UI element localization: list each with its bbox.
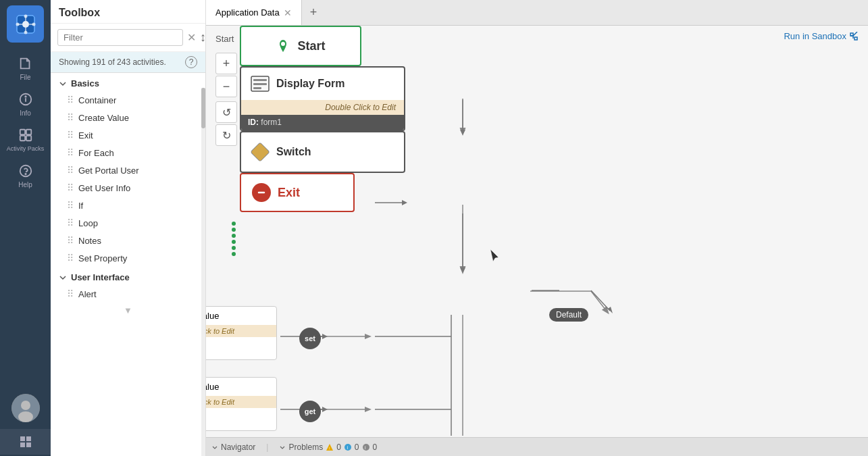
svg-marker-36	[365, 407, 372, 412]
problems-section[interactable]: Problems ! 0 i 0 i 0	[279, 442, 377, 452]
item-label: Container	[78, 95, 116, 105]
svg-rect-13	[20, 130, 24, 134]
redo-button[interactable]: ↻	[215, 124, 237, 146]
display-form-edit-hint: Double Click to Edit	[241, 100, 404, 115]
exit-node-label: Exit	[278, 186, 300, 200]
zoom-out-button[interactable]: −	[215, 76, 237, 97]
svg-marker-51	[322, 334, 328, 339]
svg-rect-25	[26, 442, 31, 447]
sidebar-item-help[interactable]: Help	[0, 158, 51, 194]
info-count: 0	[355, 442, 359, 452]
navigator-section[interactable]: Navigator	[211, 442, 255, 452]
display-form-label: Display Form	[276, 78, 344, 90]
scroll-thumb[interactable]	[201, 88, 205, 128]
item-label: Alert	[78, 289, 97, 299]
start-node[interactable]: Start	[240, 26, 361, 66]
drag-handle: ⠿	[67, 288, 73, 299]
value-node-set[interactable]: ...alue Click to Edit	[206, 306, 277, 360]
drag-handle: ⠿	[67, 95, 73, 105]
sidebar-item-activity-packs[interactable]: Activity Packs	[0, 122, 51, 158]
svg-point-21	[18, 411, 33, 422]
scroll-down-indicator: ▼	[51, 303, 205, 318]
item-label: Get Portal User	[78, 166, 139, 176]
drag-handle: ⠿	[67, 165, 73, 176]
toolbox-item-notes[interactable]: ⠿ Notes	[51, 232, 205, 249]
sidebar: File Info Activity Packs Help	[0, 0, 51, 456]
switch-node[interactable]: Switch	[240, 131, 405, 173]
tab-bar: Application Data ✕ +	[206, 0, 868, 26]
user-avatar[interactable]	[11, 394, 40, 422]
svg-rect-16	[26, 136, 30, 141]
sidebar-help-label: Help	[18, 181, 32, 188]
svg-rect-22	[20, 436, 25, 441]
zoom-in-button[interactable]: +	[215, 53, 237, 74]
toolbox-list: Basics ⠿ Container ⠿ Create Value ⠿ Exit…	[51, 73, 205, 456]
item-label: Set Property	[78, 253, 127, 263]
svg-rect-59	[251, 143, 270, 161]
section-ui-label: User Interface	[71, 272, 130, 282]
item-label: Create Value	[78, 113, 129, 123]
status-bar: Navigator | Problems ! 0 i 0 i 0	[206, 437, 868, 456]
filter-clear-icon[interactable]: ✕	[187, 32, 196, 43]
badge-set: set	[299, 328, 321, 349]
sidebar-info-label: Info	[20, 109, 31, 117]
item-label: If	[78, 201, 83, 211]
section-user-interface[interactable]: User Interface	[51, 267, 205, 285]
value-get-title: ...alue	[206, 378, 276, 396]
display-form-node[interactable]: Display Form Double Click to Edit ID: fo…	[240, 66, 405, 131]
section-basics[interactable]: Basics	[51, 73, 205, 91]
exit-node[interactable]: Exit	[240, 173, 355, 212]
toolbox-filter-input[interactable]	[57, 29, 183, 46]
toolbox-count: Showing 191 of 243 activities. ?	[51, 52, 205, 73]
sidebar-item-file[interactable]: File	[0, 51, 51, 86]
cursor-indicator	[490, 249, 498, 261]
diagram: Start Display Form Double Click to Edit	[240, 26, 868, 436]
svg-line-43	[591, 290, 610, 311]
toolbox-item-get-portal-user[interactable]: ⠿ Get Portal User	[51, 161, 205, 179]
drag-handle: ⠿	[67, 182, 73, 193]
undo-button[interactable]: ↺	[215, 101, 237, 123]
toolbox-item-for-each[interactable]: ⠿ For Each	[51, 144, 205, 161]
drag-handle: ⠿	[67, 147, 73, 158]
value-set-title: ...alue	[206, 307, 276, 325]
toolbox-panel: Toolbox ✕ ↕ Showing 191 of 243 activitie…	[51, 0, 206, 456]
tab-close-button[interactable]: ✕	[284, 7, 292, 18]
toolbox-item-exit[interactable]: ⠿ Exit	[51, 126, 205, 144]
badge-get: get	[299, 401, 321, 422]
help-icon[interactable]: ?	[185, 56, 197, 68]
value-set-edit-hint[interactable]: Click to Edit	[206, 325, 276, 337]
svg-point-20	[21, 401, 30, 410]
grid-toggle[interactable]	[0, 429, 51, 455]
section-basics-label: Basics	[71, 78, 99, 88]
main-area: Application Data ✕ + Start Run in Sandbo…	[206, 0, 868, 456]
toolbox-item-loop[interactable]: ⠿ Loop	[51, 214, 205, 232]
filter-expand-icon[interactable]: ↕	[200, 30, 206, 45]
toolbox-item-create-value[interactable]: ⠿ Create Value	[51, 109, 205, 126]
sidebar-activity-packs-label: Activity Packs	[7, 145, 45, 153]
value-node-get[interactable]: ...alue Click to Edit	[206, 377, 277, 431]
toolbox-item-container[interactable]: ⠿ Container	[51, 91, 205, 109]
value-get-edit-hint[interactable]: Click to Edit	[206, 396, 276, 408]
drag-handle: ⠿	[67, 235, 73, 246]
svg-rect-56	[253, 79, 267, 81]
toolbox-item-set-property[interactable]: ⠿ Set Property	[51, 249, 205, 267]
svg-marker-44	[608, 307, 613, 313]
tab-label: Application Data	[215, 7, 280, 18]
svg-marker-39	[460, 130, 465, 135]
ok-count: 0	[373, 442, 378, 452]
toolbox-item-get-user-info[interactable]: ⠿ Get User Info	[51, 179, 205, 197]
tab-add-button[interactable]: +	[302, 5, 326, 20]
tab-application-data[interactable]: Application Data ✕	[206, 0, 302, 25]
toolbox-item-if[interactable]: ⠿ If	[51, 197, 205, 214]
svg-rect-23	[26, 436, 31, 441]
drag-handle: ⠿	[67, 112, 73, 123]
svg-rect-24	[20, 442, 25, 447]
item-label: Get User Info	[78, 183, 130, 193]
sidebar-item-info[interactable]: Info	[0, 86, 51, 122]
toolbox-item-alert[interactable]: ⠿ Alert	[51, 285, 205, 303]
warning-count: 0	[336, 442, 341, 452]
drag-handle: ⠿	[67, 130, 73, 141]
default-bubble: Default	[549, 308, 588, 322]
switch-node-label: Switch	[276, 146, 311, 158]
canvas-area: Start Run in Sandbox + − ↺ ↻	[206, 26, 868, 456]
